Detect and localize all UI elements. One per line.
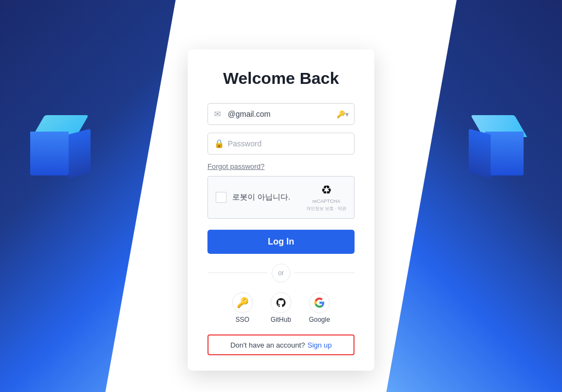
signup-link[interactable]: Sign up — [307, 341, 331, 349]
sso-login-button[interactable]: 🔑 SSO — [232, 292, 253, 323]
password-input-group: 🔒 — [207, 133, 355, 155]
google-icon — [309, 292, 330, 313]
google-label: Google — [309, 316, 330, 323]
signup-prompt-text: Don't have an account? — [231, 341, 305, 349]
lock-icon: 🔒 — [214, 139, 224, 149]
sso-icon: 🔑 — [232, 292, 253, 313]
google-login-button[interactable]: Google — [309, 292, 330, 323]
forgot-password-link[interactable]: Forgot password? — [207, 162, 355, 171]
email-icon: ✉ — [214, 109, 221, 119]
or-divider: or — [207, 264, 355, 282]
email-input[interactable] — [207, 103, 355, 125]
github-icon — [271, 292, 291, 313]
divider-line-right — [295, 272, 355, 273]
vultr-logo-icon — [246, 15, 263, 33]
vultr-brand-name: VULTR — [269, 17, 317, 31]
recaptcha-logo-icon: ♻ — [321, 183, 332, 197]
social-login-row: 🔑 SSO GitHub — [207, 292, 355, 323]
recaptcha-branding: ♻ reCAPTCHA 개인정보 보호 · 약관 — [306, 183, 346, 212]
recaptcha-policy-text: 개인정보 보호 · 약관 — [306, 206, 346, 212]
password-input[interactable] — [207, 133, 355, 155]
recaptcha-brand-label: reCAPTCHA — [312, 198, 340, 204]
recaptcha-left: 로봇이 아닙니다. — [216, 192, 290, 203]
signup-row: Don't have an account? Sign up — [207, 334, 355, 355]
card-title: Welcome Back — [207, 69, 355, 88]
divider-or-text: or — [272, 264, 290, 282]
sso-label: SSO — [235, 316, 249, 323]
github-label: GitHub — [271, 316, 291, 323]
recaptcha-widget[interactable]: 로봇이 아닙니다. ♻ reCAPTCHA 개인정보 보호 · 약관 — [207, 176, 355, 219]
login-card: Welcome Back ✉ 🔑▾ 🔒 Forgot password? 로봇이… — [188, 49, 374, 371]
divider-line-left — [207, 272, 267, 273]
password-manager-icon[interactable]: 🔑▾ — [336, 110, 349, 118]
email-input-group: ✉ 🔑▾ — [207, 103, 355, 125]
login-button[interactable]: Log In — [207, 230, 355, 254]
recaptcha-checkbox[interactable] — [216, 192, 227, 203]
recaptcha-label-text: 로봇이 아닙니다. — [232, 192, 290, 202]
github-login-button[interactable]: GitHub — [271, 292, 291, 323]
site-header: VULTR — [246, 15, 317, 33]
